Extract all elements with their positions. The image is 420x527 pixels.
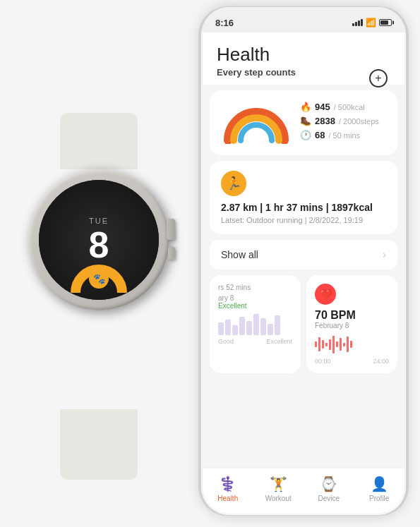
sleep-card: rs 52 mins ary 8 Excellent xyxy=(210,275,301,373)
workout-stats: 2.87 km | 1 hr 37 mins | 1897kcal xyxy=(221,202,386,213)
subtitle-post: counts xyxy=(265,67,296,78)
show-all-label: Show all xyxy=(221,249,258,260)
workout-nav-label: Workout xyxy=(265,495,292,502)
bottom-cards: rs 52 mins ary 8 Excellent xyxy=(210,275,397,373)
health-stats: 🔥 945 / 500kcal 🥾 2838 / 2000steps xyxy=(300,102,386,144)
app-title: Health xyxy=(217,44,390,66)
battery-icon xyxy=(379,19,392,26)
calories-value: 945 xyxy=(315,102,330,112)
app-subtitle: Every step counts xyxy=(217,67,390,78)
heart-time-end: 24:00 xyxy=(373,358,389,365)
profile-nav-icon: 👤 xyxy=(371,475,388,492)
device-nav-label: Device xyxy=(318,495,340,502)
nav-workout[interactable]: 🏋️ Workout xyxy=(253,475,304,507)
sleep-label-excellent: Excellent xyxy=(266,338,292,345)
scroll-area[interactable]: 🔥 945 / 500kcal 🥾 2838 / 2000steps xyxy=(203,85,404,514)
signal-icon xyxy=(352,19,363,26)
status-time: 8:16 xyxy=(215,18,234,28)
workout-card: 🏃 2.87 km | 1 hr 37 mins | 1897kcal Lats… xyxy=(210,161,397,234)
calories-row: 🔥 945 / 500kcal xyxy=(300,102,386,112)
heart-time-row: 00:00 24:00 xyxy=(315,358,389,365)
minutes-row: 🕐 68 / 50 mins xyxy=(300,130,386,140)
heart-date: February 8 xyxy=(315,322,389,329)
profile-nav-label: Profile xyxy=(369,495,389,502)
status-icons: 📶 xyxy=(352,18,392,28)
sleep-date: ary 8 xyxy=(218,294,292,302)
workout-label: Latset: Outdoor running | 2/8/2022, 19:1… xyxy=(221,216,386,224)
heart-icon-circle: ❤️ xyxy=(315,284,336,305)
sleep-partial-label: rs 52 mins xyxy=(218,284,292,291)
app-header: Health Every step counts + xyxy=(203,32,404,85)
running-icon: 🏃 xyxy=(226,176,241,191)
rainbow-arc xyxy=(221,102,292,144)
watch-body: TUE 8 🐾 xyxy=(21,155,176,423)
nav-profile[interactable]: 👤 Profile xyxy=(354,475,405,507)
watch-button xyxy=(168,247,175,260)
watch-band-top xyxy=(60,113,138,169)
heart-bpm: 70 BPM xyxy=(315,309,389,322)
phone-body: 8:16 📶 xyxy=(201,7,406,515)
watch-time: 8 xyxy=(89,226,109,263)
device-nav-icon: ⌚ xyxy=(320,475,337,492)
chevron-right-icon: › xyxy=(383,248,386,261)
health-nav-label: Health xyxy=(217,495,238,502)
phone-screen: Health Every step counts + xyxy=(203,32,404,514)
nav-health[interactable]: ⚕️ Health xyxy=(203,475,253,507)
fire-icon: 🔥 xyxy=(300,102,311,112)
minutes-value: 68 xyxy=(315,130,325,140)
subtitle-bold: step xyxy=(244,67,263,78)
health-nav-icon: ⚕️ xyxy=(219,475,236,492)
nav-device[interactable]: ⌚ Device xyxy=(304,475,354,507)
watch-band-bottom xyxy=(60,409,138,480)
steps-icon: 🥾 xyxy=(300,116,311,126)
add-button[interactable]: + xyxy=(369,69,388,87)
heart-icon: ❤️ xyxy=(320,289,332,300)
smartwatch: TUE 8 🐾 xyxy=(0,155,184,452)
smartphone: 8:16 📶 xyxy=(187,0,406,527)
clock-icon: 🕐 xyxy=(300,130,311,140)
bottom-nav: ⚕️ Health 🏋️ Workout ⌚ Device 👤 xyxy=(203,468,404,514)
calories-goal: / 500kcal xyxy=(334,103,365,111)
watch-crown xyxy=(167,219,175,240)
subtitle-pre: Every xyxy=(217,67,241,78)
scene: TUE 8 🐾 8: xyxy=(0,0,420,527)
sleep-bars xyxy=(218,314,292,335)
steps-value: 2838 xyxy=(315,116,335,126)
watch-case: TUE 8 🐾 xyxy=(28,169,169,310)
steps-goal: / 2000steps xyxy=(339,117,379,126)
app-content: Health Every step counts + xyxy=(203,32,404,514)
workout-icon-circle: 🏃 xyxy=(221,171,246,196)
sleep-duration: 52 mins xyxy=(226,284,251,291)
watch-arc: 🐾 xyxy=(71,265,127,293)
show-all-row[interactable]: Show all › xyxy=(210,240,397,269)
health-rings-card: 🔥 945 / 500kcal 🥾 2838 / 2000steps xyxy=(210,90,397,155)
wifi-icon: 📶 xyxy=(366,18,376,28)
workout-nav-icon: 🏋️ xyxy=(270,475,287,492)
steps-row: 🥾 2838 / 2000steps xyxy=(300,116,386,126)
minutes-goal: / 50 mins xyxy=(328,131,360,140)
sleep-quality: Excellent xyxy=(218,302,292,310)
sleep-label-good: Good xyxy=(218,338,234,345)
heart-rate-card: ❤️ 70 BPM February 8 xyxy=(306,275,397,373)
heart-bars xyxy=(315,334,389,355)
heart-time-start: 00:00 xyxy=(315,358,331,365)
watch-screen: TUE 8 🐾 xyxy=(39,180,159,300)
watch-face: TUE 8 🐾 xyxy=(39,180,159,300)
status-bar: 8:16 📶 xyxy=(201,7,406,32)
watch-logo: 🐾 xyxy=(89,269,109,289)
